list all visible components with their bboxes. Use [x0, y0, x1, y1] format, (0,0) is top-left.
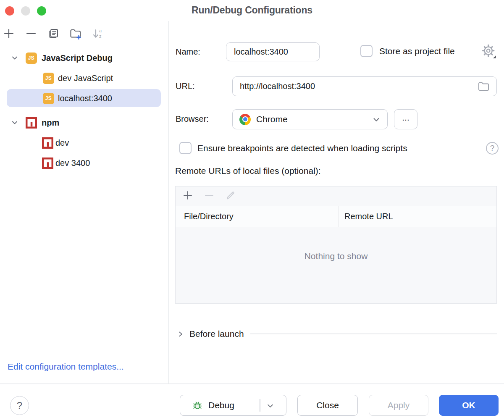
chevron-right-icon[interactable]: [177, 331, 184, 338]
add-configuration-icon[interactable]: [2, 27, 16, 40]
tree-item-label: npm: [42, 118, 59, 128]
new-folder-icon[interactable]: [69, 27, 82, 40]
configurations-sidebar: az JS JavaScript Debug JS dev JavaScript…: [0, 21, 169, 383]
run-debug-configurations-dialog: Run/Debug Configurations az JS: [0, 0, 504, 420]
tree-item-localhost-3400[interactable]: JS localhost:3400: [0, 88, 168, 108]
sort-configurations-icon[interactable]: az: [91, 27, 105, 40]
remove-configuration-icon[interactable]: [24, 27, 38, 40]
npm-config-icon: [42, 137, 53, 149]
javascript-config-icon: JS: [43, 73, 54, 84]
remove-row-icon[interactable]: [204, 190, 215, 202]
chrome-browser-icon: [239, 114, 251, 125]
tree-group-javascript-debug[interactable]: JS JavaScript Debug: [0, 48, 168, 68]
store-as-project-file-checkbox[interactable]: [360, 45, 373, 57]
browser-selected-value: Chrome: [256, 114, 288, 124]
remote-urls-toolbar: [176, 186, 496, 206]
tree-group-npm[interactable]: npm: [0, 113, 168, 133]
chevron-down-icon[interactable]: [11, 119, 18, 126]
remote-urls-empty-state: Nothing to show: [176, 227, 496, 302]
close-button[interactable]: Close: [297, 395, 358, 416]
browser-select[interactable]: Chrome: [232, 109, 388, 129]
chevron-down-icon[interactable]: [11, 54, 18, 62]
tree-item-label: JavaScript Debug: [42, 53, 113, 63]
tree-item-dev[interactable]: dev: [0, 133, 168, 153]
store-as-project-file-label: Store as project file: [379, 46, 455, 56]
ensure-breakpoints-checkbox[interactable]: [179, 142, 192, 154]
split-button-divider: [260, 399, 260, 412]
javascript-config-icon: JS: [26, 52, 37, 64]
browse-folder-icon[interactable]: [478, 81, 489, 92]
name-input[interactable]: [226, 42, 320, 61]
column-header-file-directory[interactable]: File/Directory: [176, 206, 339, 227]
svg-text:z: z: [99, 34, 102, 39]
npm-config-icon: [42, 158, 53, 169]
column-header-remote-url[interactable]: Remote URL: [339, 206, 496, 227]
before-launch-section[interactable]: Before launch: [177, 328, 497, 340]
url-input[interactable]: [232, 76, 497, 96]
browser-label: Browser:: [176, 114, 209, 124]
dialog-title: Run/Debug Configurations: [0, 5, 504, 16]
help-button[interactable]: ?: [10, 396, 29, 415]
ok-button[interactable]: OK: [439, 395, 499, 416]
footer-divider: [0, 383, 504, 384]
apply-button[interactable]: Apply: [369, 395, 428, 416]
tree-item-dev-javascript[interactable]: JS dev JavaScript: [0, 68, 168, 88]
javascript-config-icon: JS: [43, 93, 54, 104]
ensure-breakpoints-label: Ensure breakpoints are detected when loa…: [197, 143, 407, 153]
before-launch-label: Before launch: [189, 329, 244, 339]
tree-item-label: dev JavaScript: [58, 74, 113, 83]
tree-item-label: dev: [55, 138, 69, 148]
edit-configuration-templates-link[interactable]: Edit configuration templates...: [8, 362, 124, 372]
section-divider: [250, 333, 497, 334]
tree-item-label: localhost:3400: [58, 94, 112, 103]
browser-more-button[interactable]: ...: [394, 109, 417, 129]
store-settings-gear-icon[interactable]: [481, 44, 496, 59]
remote-urls-label: Remote URLs of local files (optional):: [175, 166, 321, 176]
name-label: Name:: [176, 47, 200, 57]
remote-urls-table-header: File/Directory Remote URL: [176, 206, 496, 227]
breakpoints-help-icon[interactable]: ?: [486, 142, 499, 155]
debug-bug-icon: [192, 399, 203, 411]
configurations-tree: JS JavaScript Debug JS dev JavaScript JS…: [0, 46, 168, 173]
add-row-icon[interactable]: [182, 190, 193, 202]
chevron-down-icon: [372, 116, 381, 124]
svg-text:a: a: [99, 28, 102, 33]
chevron-down-icon[interactable]: [266, 402, 275, 410]
copy-configuration-icon[interactable]: [47, 27, 60, 40]
debug-button[interactable]: Debug: [180, 395, 286, 416]
url-label: URL:: [176, 81, 195, 91]
tree-item-dev-3400[interactable]: dev 3400: [0, 153, 168, 173]
debug-button-label: Debug: [208, 400, 234, 410]
npm-config-icon: [26, 117, 37, 129]
edit-row-icon[interactable]: [225, 190, 236, 202]
remote-urls-table: File/Directory Remote URL Nothing to sho…: [175, 186, 497, 304]
sidebar-toolbar: az: [0, 21, 168, 46]
tree-item-label: dev 3400: [55, 158, 90, 168]
